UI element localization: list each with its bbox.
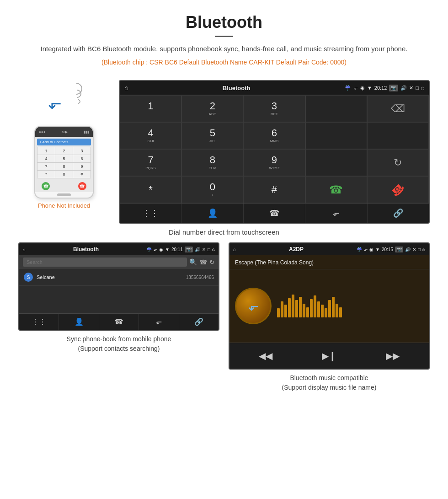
eq-bar — [314, 295, 316, 317]
refresh-icon[interactable]: ↻ — [209, 258, 215, 266]
album-bt-icon: ⬐ — [248, 299, 259, 314]
phone-key-hash: # — [73, 171, 91, 178]
cs-time: 20:11 — [171, 247, 183, 252]
eq-bar — [295, 300, 298, 317]
car-tool-dialpad[interactable]: ⋮⋮ — [120, 204, 181, 223]
phone-action-bar: + Add to Contacts — [37, 139, 91, 145]
page-title: Bluetooth — [27, 13, 421, 32]
time-display: 20:12 — [374, 85, 387, 91]
car-tool-contacts[interactable]: 👤 — [181, 204, 243, 223]
contact-number: 13566664466 — [186, 275, 214, 280]
phone-home-button — [57, 193, 71, 196]
contacts-title: Bluetooth — [27, 246, 144, 252]
dial-key-1[interactable]: 1 _ — [120, 95, 181, 122]
dial-key-2[interactable]: 2 ABC — [181, 95, 243, 122]
dial-key-3[interactable]: 3 DEF — [243, 95, 305, 122]
ms-vol-icon: 🔊 — [405, 247, 411, 252]
dial-key-9[interactable]: 9 WXYZ — [243, 149, 305, 176]
album-art: ⬐ — [235, 288, 272, 324]
title-divider — [215, 36, 233, 37]
phone-key-2: 2 — [55, 147, 73, 155]
song-title-row: Escape (The Pina Colada Song) — [229, 255, 429, 269]
phone-key-9: 9 — [73, 163, 91, 170]
cs-tool-calls[interactable]: ☎ — [99, 314, 139, 330]
signal-arcs — [74, 93, 82, 104]
phone-key-6: 6 — [73, 155, 91, 162]
song-title-text: Escape (The Pina Colada Song) — [235, 259, 314, 266]
phone-not-included-label: Phone Not Included — [38, 202, 90, 209]
dial-key-6[interactable]: 6 MNO — [243, 122, 305, 149]
window-icon: □ — [416, 85, 419, 91]
play-pause-button[interactable]: ▶❙ — [321, 348, 337, 364]
music-info — [277, 295, 423, 317]
music-controls: ◀◀ ▶❙ ▶▶ — [229, 343, 429, 369]
contacts-search-input[interactable] — [23, 258, 187, 267]
bt-status-icon: ⬐ — [354, 85, 358, 91]
prev-button[interactable]: ◀◀ — [257, 348, 274, 364]
cs-home-icon: ⌂ — [23, 247, 26, 252]
back-icon: ⎌ — [421, 85, 424, 91]
music-content: ⬐ — [229, 269, 429, 343]
dial-key-call[interactable]: ☎ — [305, 176, 367, 203]
dial-key-redial[interactable]: ↻ — [367, 149, 429, 176]
dial-key-end[interactable]: ☎ — [367, 176, 429, 203]
dial-key-8[interactable]: 8 TUV — [181, 149, 243, 176]
dial-key-empty-2 — [305, 122, 367, 149]
eq-bar — [306, 307, 309, 317]
call-icon[interactable]: ☎ — [199, 258, 207, 266]
next-button[interactable]: ▶▶ — [384, 348, 401, 364]
dial-key-backspace[interactable]: ⌫ — [367, 95, 429, 122]
phone-call-button: ☎ — [42, 182, 50, 190]
eq-bar — [288, 298, 291, 317]
dial-key-7[interactable]: 7 PQRS — [120, 149, 181, 176]
contacts-empty-space — [19, 286, 219, 313]
bt-icon-area: ⬐ — [46, 89, 82, 121]
eq-bar — [339, 307, 342, 317]
page-header: Bluetooth Integrated with BC6 Bluetooth … — [0, 0, 448, 75]
car-tool-calls[interactable]: ☎ — [244, 204, 305, 223]
music-screen: ⌂ A2DP ☔ ⬐ ◉ ▼ 20:15 📷 🔊 ✕ □ ⎌ Escape (T… — [229, 242, 430, 370]
home-icon: ⌂ — [124, 84, 128, 91]
car-tool-link[interactable]: 🔗 — [368, 204, 429, 223]
equalizer — [277, 295, 423, 317]
arc-small — [75, 98, 81, 105]
cs-tool-contacts[interactable]: 👤 — [59, 314, 99, 330]
usb-icon: ☔ — [345, 85, 351, 91]
dial-key-star[interactable]: * — [120, 176, 181, 203]
cs-tool-bluetooth[interactable]: ⬐ — [139, 314, 179, 330]
car-screen-dialpad: ⌂ Bluetooth ☔ ⬐ ◉ ▼ 20:12 📷 🔊 ✕ □ ⎌ 1 _ — [119, 80, 430, 224]
eq-bar — [332, 297, 335, 317]
phone-key-8: 8 — [55, 163, 73, 170]
signal-icon: ▼ — [367, 85, 372, 91]
dial-key-0[interactable]: 0 + — [181, 176, 243, 203]
search-icon[interactable]: 🔍 — [189, 258, 197, 266]
cs-tool-link[interactable]: 🔗 — [179, 314, 219, 330]
phone-bottom-bar: ☎ ☎ — [35, 180, 93, 192]
dialpad-grid: 1 _ 2 ABC 3 DEF ⌫ 4 GHI 5 JKL — [120, 95, 429, 203]
music-statusbar: ⌂ A2DP ☔ ⬐ ◉ ▼ 20:15 📷 🔊 ✕ □ ⎌ — [229, 243, 429, 255]
cs-loc-icon: ◉ — [159, 247, 163, 252]
car-toolbar: ⋮⋮ 👤 ☎ ⬐ 🔗 — [120, 203, 429, 223]
phone-top-bar: ●●● M▶ ▮▮▮ — [35, 127, 93, 137]
dial-key-4[interactable]: 4 GHI — [120, 122, 181, 149]
phone-key-7: 7 — [37, 163, 55, 170]
dial-key-hash[interactable]: # — [243, 176, 305, 203]
cs-usb-icon: ☔ — [146, 247, 152, 252]
music-title: A2DP — [238, 246, 355, 252]
dial-key-5[interactable]: 5 JKL — [181, 122, 243, 149]
eq-bar — [317, 301, 320, 317]
cs-tool-dialpad[interactable]: ⋮⋮ — [19, 314, 59, 330]
contacts-caption: Sync phone-book from mobile phone (Suppo… — [67, 334, 171, 354]
eq-bar — [277, 308, 280, 317]
close-icon: ✕ — [409, 85, 413, 91]
contacts-statusbar: ⌂ Bluetooth ☔ ⬐ ◉ ▼ 20:11 📷 🔊 ✕ □ ⎌ — [19, 243, 219, 255]
car-tool-bluetooth[interactable]: ⬐ — [305, 204, 367, 223]
ms-win-icon: □ — [418, 247, 421, 252]
contact-letter: S — [24, 273, 33, 282]
phone-carrier: M▶ — [62, 130, 68, 134]
cs-x-icon: ✕ — [202, 247, 206, 252]
eq-bar — [284, 305, 287, 317]
phone-mockup: ●●● M▶ ▮▮▮ + Add to Contacts 1 2 3 4 5 6… — [34, 126, 94, 199]
dial-caption: Dial number direct from touchscreen — [0, 224, 448, 242]
bt-info-text: (Bluetooth chip : CSR BC6 Default Blueto… — [27, 57, 421, 67]
